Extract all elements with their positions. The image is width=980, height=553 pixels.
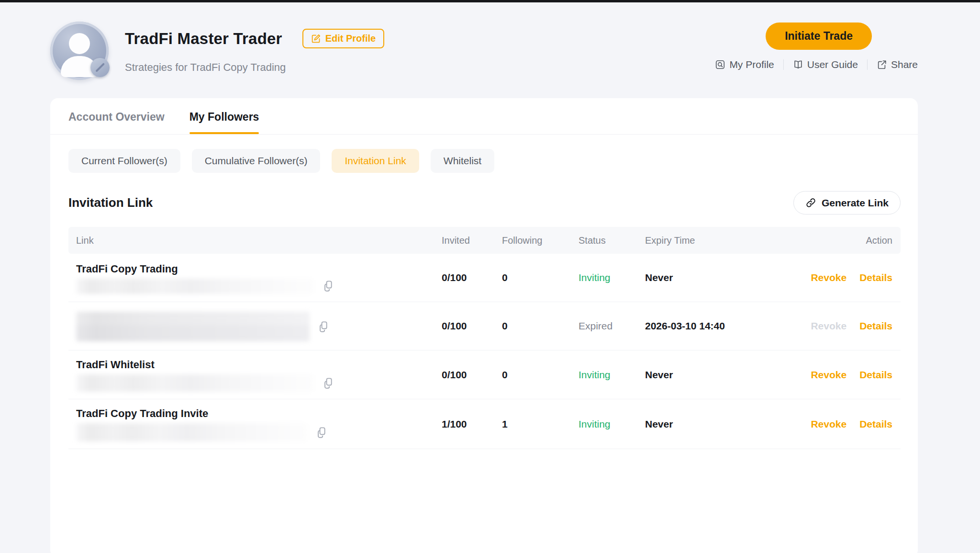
content-card: Account Overview My Followers Current Fo… <box>50 98 918 553</box>
expiry-value: Never <box>645 369 813 381</box>
revoke-button[interactable]: Revoke <box>811 369 846 381</box>
expiry-value: Never <box>645 272 813 283</box>
col-header-following: Following <box>502 235 579 246</box>
details-button[interactable]: Details <box>859 320 892 332</box>
section-title: Invitation Link <box>68 195 153 210</box>
filter-whitelist[interactable]: Whitelist <box>431 149 494 173</box>
edit-icon <box>311 34 321 44</box>
link-title: TradFi Copy Trading <box>76 263 442 275</box>
copy-link-button[interactable] <box>322 377 335 390</box>
redacted-link-url <box>76 374 314 392</box>
generate-link-button[interactable]: Generate Link <box>793 191 901 214</box>
table-header-row: Link Invited Following Status Expiry Tim… <box>68 227 901 254</box>
chain-link-icon <box>805 197 816 208</box>
tab-account-overview[interactable]: Account Overview <box>68 98 165 134</box>
action-cell: Revoke Details <box>813 418 892 430</box>
table-row: TradFi Copy Trading Invite 1/100 1 Invit… <box>68 399 901 449</box>
invited-value: 0/100 <box>442 320 502 332</box>
avatar-person-icon <box>69 33 90 54</box>
status-value: Inviting <box>579 272 645 283</box>
profile-text: TradFi Master Trader Edit Profile Strate… <box>125 22 384 80</box>
col-header-link: Link <box>76 235 442 246</box>
id-search-icon <box>715 59 725 70</box>
copy-link-button[interactable] <box>317 320 330 333</box>
filter-cumulative-followers[interactable]: Cumulative Follower(s) <box>192 149 321 173</box>
copy-link-button[interactable] <box>315 426 328 439</box>
following-value: 1 <box>502 418 579 430</box>
edit-profile-label: Edit Profile <box>325 33 376 44</box>
divider <box>783 59 784 70</box>
following-value: 0 <box>502 272 579 283</box>
avatar[interactable] <box>50 22 109 80</box>
my-profile-link[interactable]: My Profile <box>715 59 774 70</box>
redacted-link-url <box>76 279 314 294</box>
table-row: TradFi Whitelist 0/100 0 Inviting Never … <box>68 350 901 399</box>
action-cell: Revoke Details <box>813 272 892 283</box>
copy-link-button[interactable] <box>322 280 335 293</box>
details-button[interactable]: Details <box>859 272 892 283</box>
invitation-link-table: Link Invited Following Status Expiry Tim… <box>68 227 901 449</box>
link-title: TradFi Copy Trading Invite <box>76 407 442 420</box>
revoke-button[interactable]: Revoke <box>811 418 846 430</box>
expiry-value: 2026-03-10 14:40 <box>645 320 813 332</box>
link-cell: TradFi Copy Trading Invite <box>76 399 442 449</box>
action-cell: Revoke Details <box>813 369 892 381</box>
action-cell: Revoke Details <box>813 320 892 332</box>
invited-value: 0/100 <box>442 369 502 381</box>
my-profile-label: My Profile <box>729 59 774 70</box>
redacted-link-url <box>76 423 308 441</box>
share-label: Share <box>891 59 918 70</box>
link-title: TradFi Whitelist <box>76 359 442 371</box>
page-title: TradFi Master Trader <box>125 30 282 48</box>
redacted-link-url <box>76 312 310 341</box>
status-value: Inviting <box>579 369 645 381</box>
section-header: Invitation Link Generate Link <box>50 173 918 214</box>
tab-my-followers[interactable]: My Followers <box>189 98 259 134</box>
tab-bar: Account Overview My Followers <box>50 98 918 135</box>
link-cell: TradFi Whitelist <box>76 350 442 399</box>
external-link-icon <box>877 59 887 70</box>
follower-filter-bar: Current Follower(s) Cumulative Follower(… <box>50 135 918 173</box>
edit-profile-button[interactable]: Edit Profile <box>302 29 385 48</box>
details-button[interactable]: Details <box>859 418 892 430</box>
share-link[interactable]: Share <box>877 59 918 70</box>
table-row: TradFi Copy Trading 0/100 0 Inviting Nev… <box>68 254 901 302</box>
expiry-value: Never <box>645 418 813 430</box>
avatar-edit-badge-icon <box>90 58 110 77</box>
profile-subtitle: Strategies for TradFi Copy Trading <box>125 61 384 74</box>
header-links: My Profile User Guide <box>715 59 918 70</box>
profile-header: TradFi Master Trader Edit Profile Strate… <box>0 2 980 80</box>
divider <box>867 59 868 70</box>
link-cell: TradFi Copy Trading <box>76 255 442 301</box>
following-value: 0 <box>502 369 579 381</box>
revoke-button[interactable]: Revoke <box>811 272 846 283</box>
invited-value: 1/100 <box>442 418 502 430</box>
col-header-expiry-time: Expiry Time <box>645 235 813 246</box>
table-row: 0/100 0 Expired 2026-03-10 14:40 Revoke … <box>68 302 901 350</box>
profile-block: TradFi Master Trader Edit Profile Strate… <box>50 22 384 80</box>
col-header-action: Action <box>813 235 892 246</box>
filter-invitation-link[interactable]: Invitation Link <box>332 149 419 173</box>
details-button[interactable]: Details <box>859 369 892 381</box>
col-header-invited: Invited <box>442 235 502 246</box>
generate-link-label: Generate Link <box>822 197 889 209</box>
following-value: 0 <box>502 320 579 332</box>
revoke-button[interactable]: Revoke <box>811 320 846 332</box>
col-header-status: Status <box>579 235 645 246</box>
user-guide-link[interactable]: User Guide <box>793 59 858 70</box>
link-cell <box>76 304 442 349</box>
status-value: Inviting <box>579 418 645 430</box>
user-guide-label: User Guide <box>807 59 858 70</box>
filter-current-followers[interactable]: Current Follower(s) <box>68 149 180 173</box>
invited-value: 0/100 <box>442 272 502 283</box>
header-actions: Initiate Trade My Profile <box>715 22 918 70</box>
status-value: Expired <box>579 320 645 332</box>
open-book-icon <box>793 59 803 70</box>
initiate-trade-button[interactable]: Initiate Trade <box>766 23 872 50</box>
